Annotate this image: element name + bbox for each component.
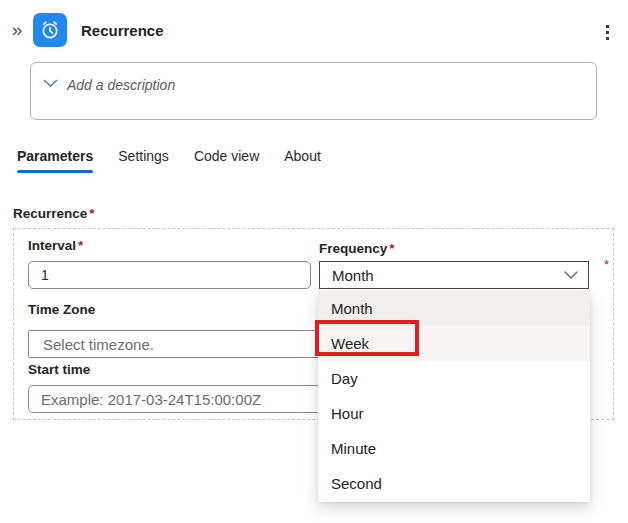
tab-code-view[interactable]: Code view <box>194 148 259 173</box>
required-asterisk: * <box>604 257 609 272</box>
kebab-dot <box>606 31 609 34</box>
required-asterisk: * <box>87 206 94 221</box>
menu-item-week-label: Week <box>331 335 369 352</box>
page-title: Recurrence <box>81 22 164 39</box>
tab-settings[interactable]: Settings <box>118 148 169 173</box>
description-placeholder: Add a description <box>67 77 175 93</box>
menu-item-minute[interactable]: Minute <box>318 431 590 466</box>
frequency-dropdown[interactable]: Month <box>319 261 589 289</box>
timezone-label: Time Zone <box>28 302 95 317</box>
double-chevron-right-icon: » <box>12 19 23 40</box>
required-asterisk: * <box>76 238 83 253</box>
interval-label: Interval* <box>28 238 83 253</box>
menu-item-day[interactable]: Day <box>318 361 590 396</box>
frequency-label: Frequency* <box>319 241 395 256</box>
collapse-pane-button[interactable]: » <box>6 18 28 42</box>
menu-item-week[interactable]: Week <box>318 326 590 361</box>
interval-input[interactable] <box>28 261 311 289</box>
kebab-dot <box>606 25 609 28</box>
tab-parameters[interactable]: Parameters <box>17 148 93 173</box>
description-expander[interactable]: Add a description <box>30 62 597 120</box>
chevron-down-icon <box>43 74 58 92</box>
frequency-selected-value: Month <box>332 267 374 284</box>
menu-item-second[interactable]: Second <box>318 466 590 501</box>
tab-about[interactable]: About <box>284 148 321 173</box>
alarm-clock-icon <box>39 19 61 41</box>
tab-bar: Parameters Settings Code view About <box>17 148 346 173</box>
kebab-dot <box>606 37 609 40</box>
recurrence-group-label: Recurrence* <box>13 206 95 221</box>
start-time-label: Start time <box>28 362 90 377</box>
required-asterisk: * <box>387 241 394 256</box>
menu-item-hour[interactable]: Hour <box>318 396 590 431</box>
menu-item-month[interactable]: Month <box>318 291 590 326</box>
recurrence-trigger-icon <box>33 13 67 47</box>
frequency-options-menu: Month Week Day Hour Minute Second <box>318 291 590 502</box>
chevron-down-icon <box>564 271 578 279</box>
more-options-button[interactable] <box>596 19 618 45</box>
